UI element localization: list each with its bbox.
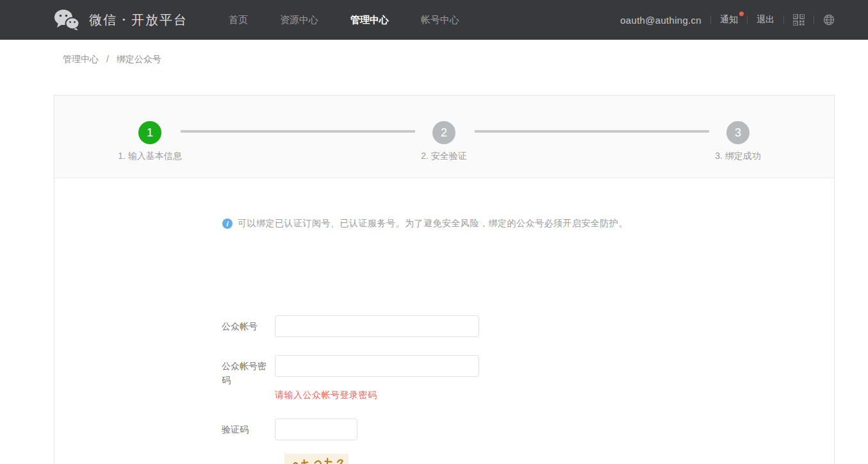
account-password-label: 公众帐号密码 [222,359,274,387]
nav-item-account[interactable]: 帐号中心 [421,14,459,26]
official-account-input[interactable] [275,315,479,337]
divider [710,15,711,24]
notice-label: 通知 [720,14,738,24]
wechat-logo-icon [54,9,79,31]
nav-item-resources[interactable]: 资源中心 [280,14,318,26]
info-banner-text: 可以绑定已认证订阅号、已认证服务号。为了避免安全风险，绑定的公众号必须开启安全防… [238,218,628,229]
globe-language-icon[interactable] [823,14,835,26]
stepper-connector [181,130,415,133]
nav-item-home[interactable]: 首页 [229,14,248,26]
brand-title: 微信・开放平台 [89,12,188,29]
step-2-label: 2. 安全验证 [373,151,514,162]
top-navigation-bar: 微信・开放平台 首页 资源中心 管理中心 帐号中心 oauth@authing.… [0,0,868,40]
bind-form-body: i 可以绑定已认证订阅号、已认证服务号。为了避免安全风险，绑定的公众号必须开启安… [54,178,834,464]
password-error-message: 请输入公众帐号登录密码 [275,390,377,401]
breadcrumb-parent[interactable]: 管理中心 [63,54,99,64]
captcha-input[interactable] [275,418,357,440]
breadcrumb-current: 绑定公众号 [117,54,161,64]
breadcrumb: 管理中心 / 绑定公众号 [63,54,161,65]
step-3-circle: 3 [726,121,749,144]
divider [747,15,748,24]
notice-badge-dot [739,12,744,16]
nav-item-management[interactable]: 管理中心 [350,14,389,26]
topbar-right-area: oauth@authing.cn 通知 退出 [620,14,835,26]
step-3-label: 3. 绑定成功 [667,151,808,162]
official-account-label: 公众帐号 [222,319,274,333]
captcha-image[interactable] [284,454,348,464]
bind-official-account-card: 1 1. 输入基本信息 2 2. 安全验证 3 3. 绑定成功 i 可以绑定已认… [54,95,835,464]
account-password-input[interactable] [275,355,479,377]
step-1-label: 1. 输入基本信息 [79,151,220,162]
account-email[interactable]: oauth@authing.cn [620,15,701,26]
divider [814,15,814,24]
info-banner: i 可以绑定已认证订阅号、已认证服务号。为了避免安全风险，绑定的公众号必须开启安… [222,218,628,229]
logout-link[interactable]: 退出 [757,14,774,26]
captcha-label: 验证码 [222,422,274,436]
main-nav: 首页 资源中心 管理中心 帐号中心 [229,14,459,26]
notice-link[interactable]: 通知 [720,14,738,26]
step-2-circle: 2 [432,121,455,144]
breadcrumb-separator: / [106,54,109,64]
stepper-header: 1 1. 输入基本信息 2 2. 安全验证 3 3. 绑定成功 [54,95,834,178]
divider [783,15,784,24]
qr-code-icon[interactable] [793,14,805,26]
step-1-circle: 1 [138,121,161,144]
stepper-connector [475,130,709,133]
info-icon: i [222,219,233,229]
